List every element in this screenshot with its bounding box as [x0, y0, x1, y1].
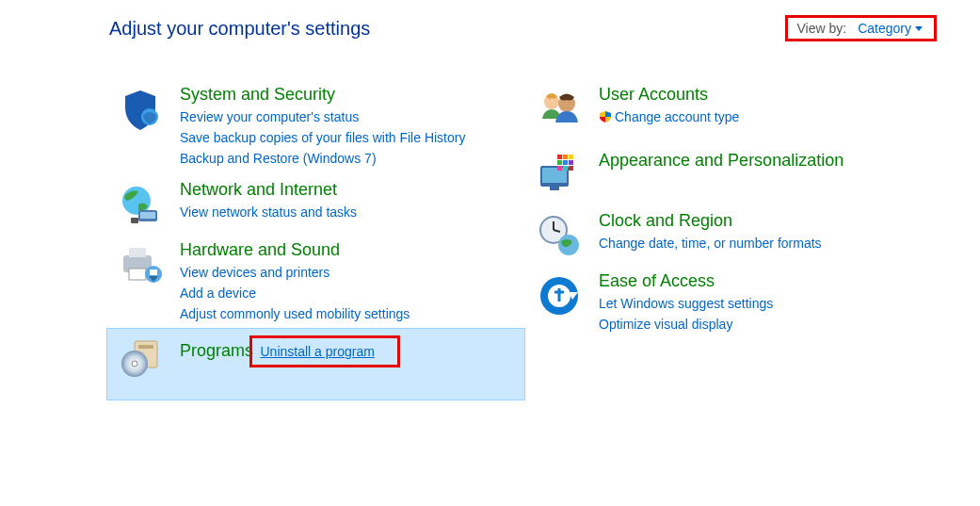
svg-rect-19	[557, 155, 562, 159]
svg-rect-20	[563, 155, 568, 159]
clock-region-icon	[533, 209, 586, 262]
globe-network-icon	[114, 178, 167, 231]
uac-shield-icon	[599, 108, 612, 122]
link-uninstall-program[interactable]: Uninstall a program	[260, 344, 374, 359]
appearance-icon	[533, 149, 586, 202]
printer-hardware-icon	[114, 238, 167, 291]
category-network: Network and Internet View network status…	[106, 174, 525, 235]
category-title-clock[interactable]: Clock and Region	[599, 211, 732, 231]
user-accounts-icon	[533, 83, 586, 136]
link-change-account-type[interactable]: Change account type	[599, 106, 739, 127]
svg-rect-27	[569, 166, 573, 171]
svg-rect-23	[563, 160, 568, 165]
shield-icon	[114, 83, 167, 136]
chevron-down-icon	[915, 26, 923, 31]
uninstall-highlight: Uninstall a program	[249, 335, 399, 367]
category-clock: Clock and Region Change date, time, or n…	[525, 205, 921, 266]
category-title-user-accounts[interactable]: User Accounts	[599, 85, 708, 105]
svg-rect-4	[131, 218, 138, 223]
viewby-highlight: View by: Category	[785, 15, 937, 41]
category-programs[interactable]: Programs Uninstall a program	[106, 328, 525, 400]
svg-rect-11	[138, 345, 153, 349]
svg-rect-24	[569, 160, 573, 165]
svg-rect-18	[550, 187, 559, 190]
category-title-programs[interactable]: Programs	[180, 341, 253, 361]
link-add-device[interactable]: Add a device	[180, 283, 410, 303]
viewby-dropdown[interactable]: Category	[858, 21, 923, 36]
svg-point-13	[132, 361, 137, 367]
svg-rect-26	[563, 166, 568, 171]
link-mobility-settings[interactable]: Adjust commonly used mobility settings	[180, 303, 410, 324]
category-title-hardware[interactable]: Hardware and Sound	[180, 240, 340, 260]
link-devices-printers[interactable]: View devices and printers	[180, 262, 410, 283]
category-user-accounts: User Accounts Change account type	[525, 79, 921, 139]
link-windows-suggest[interactable]: Let Windows suggest settings	[599, 293, 773, 314]
svg-rect-21	[569, 155, 573, 159]
svg-rect-3	[140, 212, 155, 219]
link-backup-restore[interactable]: Backup and Restore (Windows 7)	[180, 148, 465, 169]
link-date-time-formats[interactable]: Change date, time, or number formats	[599, 233, 822, 253]
category-title-ease-of-access[interactable]: Ease of Access	[599, 271, 715, 291]
category-title-system-security[interactable]: System and Security	[180, 85, 335, 105]
link-optimize-visual[interactable]: Optimize visual display	[599, 314, 773, 335]
link-file-history[interactable]: Save backup copies of your files with Fi…	[180, 127, 465, 148]
svg-rect-25	[557, 166, 562, 171]
category-title-appearance[interactable]: Appearance and Personalization	[599, 151, 843, 171]
link-network-status[interactable]: View network status and tasks	[180, 202, 357, 222]
ease-of-access-icon	[533, 269, 586, 322]
category-appearance: Appearance and Personalization	[525, 145, 921, 205]
link-review-status[interactable]: Review your computer's status	[180, 106, 465, 127]
viewby-label: View by:	[797, 21, 847, 36]
svg-rect-7	[129, 269, 146, 280]
viewby-value-text: Category	[858, 21, 911, 36]
link-change-account-type-text: Change account type	[615, 109, 739, 124]
category-title-network[interactable]: Network and Internet	[180, 180, 337, 200]
svg-rect-6	[129, 248, 146, 257]
svg-rect-22	[557, 160, 562, 165]
programs-disc-icon	[114, 332, 167, 384]
category-system-security: System and Security Review your computer…	[106, 79, 525, 172]
category-ease-of-access: Ease of Access Let Windows suggest setti…	[525, 266, 921, 338]
page-title: Adjust your computer's settings	[109, 18, 370, 40]
category-hardware: Hardware and Sound View devices and prin…	[106, 235, 525, 328]
svg-rect-9	[150, 269, 157, 275]
